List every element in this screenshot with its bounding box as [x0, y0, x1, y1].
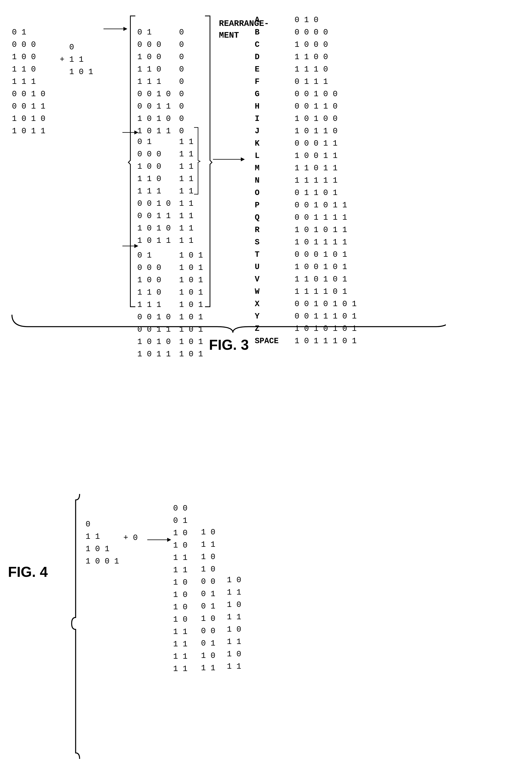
fig3-arrow2: [122, 128, 138, 136]
fig3-group3-right: 1 0 1 1 0 1 1 0 1 1 0 1 1 0 1 1 0 1 1 0 …: [179, 237, 203, 361]
fig3-label: FIG. 3: [209, 337, 249, 353]
fig4-area: FIG. 4 0 1 1 1 0 1 1 0 0 1 + 0 0 0 0 1 1…: [0, 488, 532, 771]
fig4-label-text: FIG. 4: [8, 564, 48, 580]
fig3-group2-right: 1 1 1 1 1 1 1 1 1 1 1 1 1 1 1 1 1 1: [179, 123, 193, 247]
fig3-group2-left: 0 1 0 0 0 1 0 0 1 1 0 1 1 1 0 0 1 0 0 0 …: [137, 123, 171, 247]
fig4-col2-right: 1 0 1 1 1 0 1 0 0 0 0 1 0 1 1 0 0 0 0 1 …: [201, 514, 215, 674]
fig3-plus-block: 0 + 1 1 1 0 1: [60, 29, 93, 78]
fig4-col1: 0 1 1 1 0 1 1 0 0 1: [85, 506, 119, 568]
fig4-arrow: [147, 535, 171, 545]
fig3-arrow1: [104, 24, 127, 34]
fig3-bracket-g2-right: [193, 126, 201, 195]
fig3-left-bracket: [127, 14, 137, 309]
fig3-group3-left: 0 1 0 0 0 1 0 0 1 1 0 1 1 1 0 0 1 0 0 0 …: [137, 237, 171, 361]
fig3-group1-left: 0 1 0 0 0 1 0 0 1 1 0 1 1 1 0 0 1 0 0 0 …: [137, 14, 171, 137]
fig3-arrow3: [122, 242, 138, 250]
fig4-col2-extra: 1 0 1 1 1 0 1 1 1 0 1 1 1 0 1 1: [227, 562, 241, 673]
fig3-arrow-rearrange: [213, 155, 245, 164]
svg-marker-1: [123, 27, 127, 31]
fig3-codes: 0 1 0 0 0 0 0 1 0 0 0 1 1 0 0 1 1 1 0 0 …: [294, 14, 357, 347]
fig3-group1-right: 0 0 0 0 0 0 0 0 0: [179, 14, 184, 137]
fig4-label: FIG. 4: [8, 564, 48, 580]
fig4-plus: + 0: [123, 532, 138, 544]
fig4-col2-left: 0 0 0 1 1 0 1 0 1 1 1 1 1 0 1 0 1 0 1 0 …: [173, 490, 188, 675]
svg-marker-9: [167, 538, 171, 542]
fig3-area: 0 1 0 0 0 1 0 0 1 1 0 1 1 1 0 0 1 0 0 0 …: [0, 6, 532, 484]
fig3-letters: A B C D E F G H I J K L M N O P Q R S T …: [255, 14, 279, 347]
page-content: 0 1 0 0 0 1 0 0 1 1 0 1 1 1 0 0 1 0 0 0 …: [0, 0, 532, 779]
fig4-left-brace: [68, 490, 84, 759]
svg-marker-7: [241, 157, 245, 161]
fig3-bottom-brace: [8, 311, 446, 335]
fig3-label-text: FIG. 3: [209, 337, 249, 353]
fig3-right-bracket: [203, 14, 213, 309]
fig3-col1: 0 1 0 0 0 1 0 0 1 1 0 1 1 1 0 0 1 0 0 0 …: [12, 14, 45, 137]
